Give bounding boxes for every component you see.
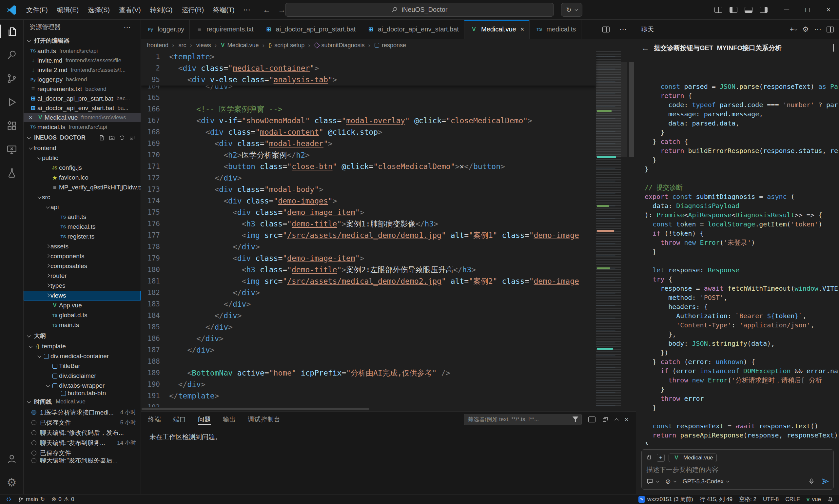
customize-layout-icon[interactable]: [714, 7, 722, 13]
nav-forward-icon[interactable]: →: [278, 5, 286, 14]
context-file-chip[interactable]: Medical.vue: [668, 453, 717, 462]
menu-item[interactable]: 运行(R): [177, 3, 209, 16]
problems-summary[interactable]: ⊗ 0 ⚠ 0: [48, 494, 77, 504]
code-line[interactable]: 183 </div>: [141, 299, 596, 310]
sticky-line[interactable]: 2 <div class="medical-container">: [141, 62, 596, 74]
editor-tab[interactable]: ai_doctor_api_pro_start.bat ×: [259, 20, 361, 39]
open-editor-item[interactable]: × invite 2.md frontend\src\assets\f...: [23, 65, 141, 75]
chat-settings-gear-icon[interactable]: ⚙: [802, 25, 809, 34]
remote-indicator[interactable]: [3, 494, 15, 504]
outline-row[interactable]: button.tab-btn: [23, 391, 141, 396]
open-in-editor-icon[interactable]: [826, 26, 834, 33]
tree-row[interactable]: public: [23, 153, 141, 163]
close-icon[interactable]: ×: [520, 25, 524, 33]
maximize-panel-icon[interactable]: [615, 417, 618, 422]
sticky-scroll[interactable]: 1 <template> 2 <div class="medical-conta…: [141, 51, 596, 86]
indentation-setting[interactable]: 空格: 2: [736, 494, 760, 504]
encoding-setting[interactable]: UTF-8: [760, 494, 782, 504]
chat-more-icon[interactable]: ⋯: [814, 25, 821, 34]
scrollbar-thumb[interactable]: [142, 408, 369, 410]
tree-row[interactable]: medical.ts: [23, 222, 141, 232]
minimize-button[interactable]: ─: [776, 0, 797, 19]
project-header[interactable]: INEUOS_DOCTOR: [23, 132, 141, 143]
run-debug-icon[interactable]: [0, 90, 23, 114]
code-line[interactable]: 170 <h2>医学分析案例</h2>: [141, 149, 596, 161]
toggle-sidebar-icon[interactable]: [730, 7, 737, 13]
panel-tab[interactable]: 端口: [173, 412, 186, 427]
chat-mode-picker[interactable]: [646, 478, 659, 485]
code-line[interactable]: 168 <div class="modal-content" @click.st…: [141, 126, 596, 138]
breadcrumb-item[interactable]: script setup: [260, 42, 304, 49]
open-editors-header[interactable]: 打开的编辑器: [23, 35, 141, 46]
outline-row[interactable]: TitleBar: [23, 361, 141, 371]
menu-item[interactable]: 选择(S): [83, 3, 114, 16]
refresh-icon[interactable]: [119, 135, 125, 141]
code-line[interactable]: 179 <div class="demo-image-item">: [141, 253, 596, 264]
new-file-icon[interactable]: [99, 135, 105, 141]
code-line[interactable]: 173 <div class="modal-body">: [141, 184, 596, 195]
code-line[interactable]: 172 </div>: [141, 173, 596, 184]
send-button[interactable]: [822, 478, 829, 485]
view-as-table-icon[interactable]: [588, 416, 595, 422]
new-folder-icon[interactable]: [109, 135, 115, 141]
editor-tab[interactable]: Medical.vue ×: [464, 20, 530, 39]
open-editor-item[interactable]: × logger.py backend: [23, 75, 141, 84]
open-editor-item[interactable]: × ai_doctor_api_pro_start.bat bac...: [23, 94, 141, 103]
accounts-icon[interactable]: [0, 447, 23, 471]
chat-split-icon[interactable]: [833, 44, 834, 52]
eol-setting[interactable]: CRLF: [782, 494, 803, 504]
outline-header[interactable]: 大纲: [23, 330, 141, 341]
collapse-all-icon[interactable]: [129, 135, 135, 141]
tree-row[interactable]: favicon.ico: [23, 173, 141, 182]
tree-row[interactable]: frontend: [23, 143, 141, 153]
panel-tab[interactable]: 调试控制台: [248, 412, 281, 427]
tree-row[interactable]: composables: [23, 261, 141, 271]
explorer-icon[interactable]: [0, 20, 23, 43]
code-line[interactable]: 185 </div>: [141, 322, 596, 333]
code-line[interactable]: 178 </div>: [141, 241, 596, 253]
open-editor-item[interactable]: × Medical.vue frontend\src\views: [23, 113, 141, 122]
editor-tab[interactable]: requirements.txt ×: [190, 20, 259, 39]
voice-input-icon[interactable]: [808, 478, 815, 485]
code-line[interactable]: 191 </template>: [141, 390, 596, 402]
editor-more-icon[interactable]: ⋯: [615, 25, 630, 34]
menu-item[interactable]: 文件(F): [22, 3, 52, 16]
code-line[interactable]: 174 <div class="demo-images">: [141, 195, 596, 207]
breadcrumb-item[interactable]: Medical.vue: [212, 42, 259, 49]
restore-button[interactable]: □: [797, 0, 818, 19]
tree-row[interactable]: App.vue: [23, 301, 141, 310]
menu-item[interactable]: 编辑(E): [52, 3, 84, 16]
code-line[interactable]: 182 </div>: [141, 287, 596, 299]
menu-overflow-icon[interactable]: ⋯: [239, 5, 254, 14]
tree-row[interactable]: config.js: [23, 163, 141, 173]
toggle-panel-icon[interactable]: [745, 7, 752, 13]
tree-row[interactable]: api: [23, 202, 141, 212]
panel-tab[interactable]: 输出: [223, 412, 236, 427]
sidebar-more-icon[interactable]: ⋯: [120, 23, 135, 32]
nav-back-icon[interactable]: ←: [263, 5, 271, 14]
breadcrumb-item[interactable]: frontend: [147, 42, 168, 49]
chat-input[interactable]: 描述下一步要构建的内容: [646, 465, 829, 474]
close-icon[interactable]: ×: [29, 114, 36, 121]
tools-picker[interactable]: ⊘: [665, 478, 676, 485]
remote-explorer-icon[interactable]: [0, 138, 23, 161]
chat-back-icon[interactable]: ←: [641, 43, 649, 52]
breadcrumb-item[interactable]: views: [188, 42, 211, 49]
breadcrumb-item[interactable]: src: [170, 42, 186, 49]
code-line[interactable]: 176 <h3 class="demo-title">案例1:肺部病变影像</h…: [141, 218, 596, 230]
code-line[interactable]: 175 <div class="demo-image-item">: [141, 207, 596, 218]
problems-filter-input[interactable]: [464, 414, 582, 425]
collapse-all-icon[interactable]: [602, 416, 609, 423]
code-line[interactable]: 181 <img src="/src/assets/medical_demo/d…: [141, 275, 596, 287]
scrollbar-thumb[interactable]: [629, 62, 634, 157]
timeline-item[interactable]: 聊天编辑:"修改代码后，发布...: [23, 428, 141, 438]
code-line[interactable]: 167 <div v-if="showDemoModal" class="mod…: [141, 115, 596, 126]
tree-row[interactable]: MP_verify_q9stiPkHiTjjDidw.txt: [23, 182, 141, 192]
chat-input-box[interactable]: + Medical.vue 描述下一步要构建的内容 ⊘ GPT-5.3-Code…: [641, 449, 834, 490]
split-editor-icon[interactable]: [602, 26, 610, 33]
editor-tab[interactable]: ai_doctor_api_env_start.bat ×: [361, 20, 464, 39]
vertical-scrollbar[interactable]: [627, 51, 636, 407]
chat-code-block[interactable]: const parsed = JSON.parse(responseText) …: [636, 56, 839, 445]
code-line[interactable]: 180 <h3 class="demo-title">案例2:左眼部外伤导致眼压…: [141, 264, 596, 275]
code-line[interactable]: 177 <img src="/src/assets/medical_demo/d…: [141, 230, 596, 241]
